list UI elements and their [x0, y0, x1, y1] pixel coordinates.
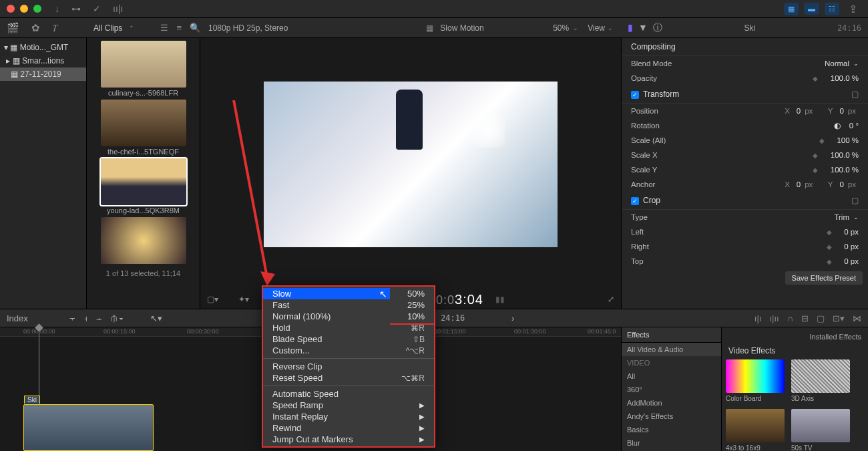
- inspector-toggle[interactable]: ☷: [825, 3, 839, 15]
- append-clip-icon[interactable]: ⫠: [95, 313, 103, 323]
- effect-thumb[interactable]: 4x3 to 16x9: [726, 409, 785, 451]
- menu-item-jump-cut[interactable]: Jump Cut at Markers▶: [263, 434, 434, 445]
- next-edit-icon[interactable]: ›: [511, 313, 514, 323]
- info-tab-icon[interactable]: ⓘ: [653, 22, 662, 34]
- row-crop-left[interactable]: Left◆ 0 px: [622, 224, 868, 239]
- viewer-title: Slow Motion: [440, 23, 483, 33]
- effects-panel: Effects All Video & Audio VIDEO All 360°…: [621, 327, 868, 451]
- skimming-icon[interactable]: ı|ı: [754, 313, 762, 323]
- menu-item-reverse[interactable]: Reverse Clip: [263, 361, 434, 372]
- angle-icon[interactable]: ▦: [426, 23, 433, 33]
- view-options-icon[interactable]: ▢: [817, 313, 825, 323]
- fx-cat[interactable]: 360°: [622, 383, 721, 396]
- effect-thumb[interactable]: Color Board: [726, 359, 785, 402]
- menu-item-speed-ramp[interactable]: Speed Ramp▶: [263, 400, 434, 411]
- effects-categories: Effects All Video & Audio VIDEO All 360°…: [622, 327, 722, 451]
- fx-cat[interactable]: VIDEO: [622, 356, 721, 369]
- fx-cat[interactable]: All: [622, 369, 721, 383]
- row-blend-mode[interactable]: Blend ModeNormal ⌄: [622, 56, 868, 71]
- list-icon[interactable]: ≡: [176, 23, 182, 33]
- submenu-50[interactable]: 50%: [390, 288, 434, 299]
- library-icons: 🎬 ✿ 𝑇: [0, 22, 87, 34]
- fx-cat[interactable]: Basics: [622, 423, 721, 436]
- next-frame-icon[interactable]: ▮▮: [495, 295, 505, 304]
- video-canvas[interactable]: [200, 38, 621, 290]
- enhance-icon[interactable]: ✦▾: [238, 295, 249, 304]
- row-crop-top[interactable]: Top◆ 0 px: [622, 254, 868, 269]
- fullscreen-icon[interactable]: ⤢: [608, 295, 614, 304]
- submenu-25[interactable]: 25%: [390, 299, 434, 311]
- clip-thumb[interactable]: culinary-s...-5968LFR: [101, 41, 186, 97]
- row-scale-all[interactable]: Scale (All)◆ 100 %: [622, 133, 868, 148]
- insert-clip-icon[interactable]: ⫞: [83, 313, 88, 323]
- inspector: Compositing Blend ModeNormal ⌄ Opacity◆ …: [621, 38, 868, 309]
- minimize-button[interactable]: [20, 5, 28, 13]
- import-icon[interactable]: ↓: [55, 3, 59, 14]
- row-opacity[interactable]: Opacity◆ 100.0 %: [622, 71, 868, 86]
- menu-item-reset-speed[interactable]: Reset Speed⌥⌘R: [263, 372, 434, 384]
- clip-thumb[interactable]: young-lad...5QK3R8M: [101, 158, 186, 214]
- color-tab-icon[interactable]: ▼: [638, 22, 648, 34]
- tree-item[interactable]: ▾ ▦ Motio..._GMT: [0, 41, 86, 54]
- titlebar: ↓ ⊶ ✓ ıı|ı ▦ ▬ ☷ ⇪: [0, 0, 868, 18]
- row-scale-x[interactable]: Scale X◆ 100.0 %: [622, 148, 868, 162]
- timeline-index-icon[interactable]: ⋈: [853, 313, 861, 323]
- clip-thumb[interactable]: the-chef-i...5TGNEQF: [101, 100, 186, 156]
- effects-header: Effects: [622, 327, 721, 343]
- row-crop-right[interactable]: Right◆ 0 px: [622, 239, 868, 254]
- row-anchor[interactable]: AnchorX0 px Y0 px: [622, 177, 868, 192]
- photos-icon[interactable]: ✿: [31, 22, 40, 34]
- clips-dropdown[interactable]: All Clips: [93, 23, 122, 33]
- menu-item-custom[interactable]: Custom...^⌥R: [263, 345, 434, 356]
- fx-cat[interactable]: All Video & Audio: [622, 343, 721, 356]
- index-button[interactable]: Index: [7, 313, 28, 323]
- fx-cat[interactable]: AddMotion: [622, 396, 721, 410]
- render-icon[interactable]: ıı|ı: [113, 3, 123, 14]
- audio-skim-icon[interactable]: ı|ıı: [769, 313, 779, 323]
- timeline-toggle[interactable]: ▬: [804, 3, 819, 15]
- video-tab-icon[interactable]: ▮: [628, 22, 633, 34]
- overwrite-clip-icon[interactable]: ⫛▾: [110, 313, 124, 323]
- select-tool-icon[interactable]: ↖▾: [150, 313, 162, 323]
- menu-item-automatic[interactable]: Automatic Speed: [263, 388, 434, 400]
- menu-item-instant-replay[interactable]: Instant Replay▶: [263, 411, 434, 422]
- tree-item[interactable]: ▦ 27-11-2019: [0, 67, 86, 81]
- submenu-10[interactable]: 10%: [390, 311, 434, 322]
- titles-icon[interactable]: 𝑇: [52, 22, 57, 34]
- effect-thumb[interactable]: 50s TV: [791, 409, 850, 451]
- main: ▾ ▦ Motio..._GMT ▸ ▦ Smar...tions ▦ 27-1…: [0, 38, 868, 309]
- row-crop-type[interactable]: TypeTrim ⌄: [622, 210, 868, 224]
- format-label: 1080p HD 25p, Stereo: [208, 23, 288, 33]
- clapper-icon[interactable]: 🎬: [7, 22, 19, 34]
- solo-icon[interactable]: ∩: [787, 313, 793, 323]
- browser-toggle[interactable]: ▦: [784, 3, 799, 15]
- fx-cat[interactable]: Blur: [622, 436, 721, 450]
- effect-thumb[interactable]: 3D Axis: [791, 359, 850, 402]
- filmstrip-icon[interactable]: ☰: [160, 23, 168, 33]
- view-dropdown[interactable]: View: [588, 23, 605, 33]
- fx-cat[interactable]: Andy's Effects: [622, 410, 721, 423]
- menu-item-blade-speed[interactable]: Blade Speed⇧B: [263, 333, 434, 345]
- share-icon[interactable]: ⇪: [845, 3, 861, 15]
- row-rotation[interactable]: Rotation◐ 0 °: [622, 118, 868, 133]
- inspector-title: Ski: [744, 23, 756, 33]
- search-icon[interactable]: 🔍: [190, 23, 200, 33]
- crop-tool-icon[interactable]: ▢▾: [207, 295, 218, 304]
- tree-item[interactable]: ▸ ▦ Smar...tions: [0, 54, 86, 67]
- save-effects-preset-button[interactable]: Save Effects Preset: [785, 271, 863, 285]
- row-scale-y[interactable]: Scale Y◆ 100.0 %: [622, 162, 868, 177]
- bg-tasks-icon[interactable]: ✓: [93, 3, 101, 14]
- clip-appearance-icon[interactable]: ⊡▾: [833, 313, 845, 323]
- timeline-clip[interactable]: Ski: [23, 404, 154, 451]
- close-button[interactable]: [7, 5, 15, 13]
- clip-label: young-lad...5QK3R8M: [101, 206, 186, 214]
- maximize-button[interactable]: [33, 5, 41, 13]
- clip-thumb[interactable]: [101, 217, 186, 264]
- installed-effects-dropdown[interactable]: Installed Effects: [810, 333, 861, 341]
- zoom-dropdown[interactable]: 50%: [553, 23, 569, 33]
- connect-clip-icon[interactable]: ⫟: [68, 313, 77, 323]
- snap-icon[interactable]: ⊟: [801, 313, 809, 323]
- keyword-icon[interactable]: ⊶: [71, 3, 81, 14]
- row-position[interactable]: PositionX0 px Y0 px: [622, 104, 868, 118]
- menu-item-rewind[interactable]: Rewind▶: [263, 422, 434, 434]
